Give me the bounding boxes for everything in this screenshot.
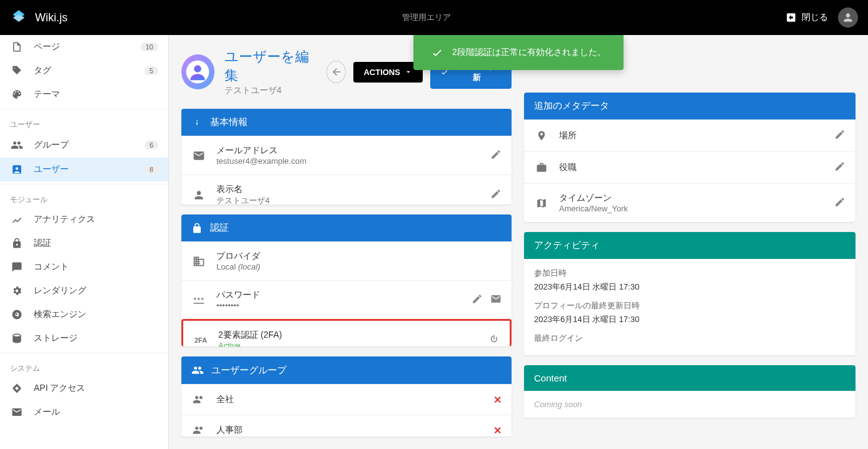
timezone-row: タイムゾーン America/New_York <box>524 183 855 222</box>
storage-icon <box>10 333 24 344</box>
card-header: ユーザーグループ <box>181 356 512 384</box>
sidebar-item-theme[interactable]: テーマ <box>0 83 168 106</box>
card-header: 認証 <box>181 214 512 241</box>
edit-job-button[interactable] <box>834 161 845 174</box>
content-body: Coming soon <box>534 400 582 409</box>
card-header: 基本情報 <box>181 109 512 136</box>
pencil-icon <box>834 129 845 140</box>
page-icon <box>10 41 24 53</box>
group-row: 人事部 ✕ <box>181 415 512 436</box>
chevron-down-icon <box>404 68 413 76</box>
edit-name-button[interactable] <box>490 188 502 202</box>
close-button[interactable]: 閉じる <box>785 12 828 23</box>
groups-card: ユーザーグループ 全社 ✕ 人事部 ✕ <box>181 356 512 436</box>
edit-password-button[interactable] <box>472 293 483 307</box>
edit-timezone-button[interactable] <box>834 196 845 210</box>
joined-value: 2023年6月14日 水曜日 17:30 <box>534 281 845 293</box>
sidebar-heading-users: ユーザー <box>0 112 168 133</box>
card-header: Content <box>524 365 855 391</box>
send-password-button[interactable] <box>490 293 502 307</box>
sidebar-item-auth[interactable]: 認証 <box>0 231 168 255</box>
email-row: メールアドレス testuser4@example.com <box>181 136 512 174</box>
metadata-card: 追加のメタデータ 場所 役職 タイムゾーン America/New_York <box>524 93 855 222</box>
sidebar-item-groups[interactable]: グループ 6 <box>0 133 168 158</box>
pencil-icon <box>490 149 502 160</box>
edit-email-button[interactable] <box>490 149 502 163</box>
groups-icon <box>191 364 204 376</box>
tfa-toggle-button[interactable] <box>488 333 500 346</box>
tfa-row: 2FA 2要素認証 (2FA) Active <box>183 321 510 346</box>
sidebar-item-pages[interactable]: ページ 10 <box>0 35 168 59</box>
success-toast: 2段階認証は正常に有効化されました。 <box>413 35 623 70</box>
api-icon <box>10 383 24 394</box>
main-content: 2段階認証は正常に有効化されました。 ユーザーを編集 テストユーザ4 ACTIO… <box>169 35 868 449</box>
check-icon <box>431 46 443 59</box>
cog-icon <box>10 285 24 296</box>
lock-icon <box>191 223 203 234</box>
sidebar-item-storage[interactable]: ストレージ <box>0 326 168 350</box>
mail-icon <box>10 406 24 418</box>
back-button[interactable] <box>326 61 346 83</box>
content-card: Content Coming soon <box>524 365 855 418</box>
tfa-highlight: 2FA 2要素認証 (2FA) Active <box>181 319 512 346</box>
map-icon <box>534 198 549 209</box>
palette-icon <box>10 89 24 100</box>
sidebar-item-rendering[interactable]: レンダリング <box>0 279 168 303</box>
groups-icon <box>10 139 24 151</box>
user-icon <box>10 164 24 175</box>
joined-label: 参加日時 <box>534 268 845 279</box>
sidebar-item-api[interactable]: API アクセス <box>0 376 168 400</box>
topbar-title: 管理用エリア <box>68 12 785 23</box>
tag-icon <box>10 65 24 76</box>
brand[interactable]: Wiki.js <box>10 9 68 26</box>
info-icon <box>191 117 203 128</box>
displayname-row: 表示名 テストユーザ4 <box>181 174 512 204</box>
actions-button[interactable]: ACTIONS <box>353 62 423 83</box>
sidebar-item-comments[interactable]: コメント <box>0 255 168 279</box>
pencil-icon <box>490 188 502 199</box>
sidebar-item-tags[interactable]: タグ 5 <box>0 59 168 83</box>
page-subtitle: テストユーザ4 <box>225 85 316 96</box>
location-icon <box>534 130 549 141</box>
sidebar-item-search[interactable]: 検索エンジン <box>0 303 168 326</box>
domain-icon <box>191 255 206 268</box>
updated-value: 2023年6月14日 水曜日 17:30 <box>534 314 845 325</box>
user-menu[interactable] <box>838 8 858 28</box>
sidebar: ページ 10 タグ 5 テーマ ユーザー グループ 6 ユーザー 8 モジュール… <box>0 35 169 449</box>
user-avatar <box>181 54 214 89</box>
sidebar-item-mail[interactable]: メール <box>0 400 168 424</box>
edit-location-button[interactable] <box>834 129 845 143</box>
remove-group-button[interactable]: ✕ <box>493 425 502 436</box>
group-item-icon <box>191 424 206 436</box>
sidebar-item-users[interactable]: ユーザー 8 <box>0 158 168 181</box>
group-row: 全社 ✕ <box>181 384 512 415</box>
briefcase-icon <box>534 162 549 173</box>
remove-group-button[interactable]: ✕ <box>493 394 502 406</box>
pencil-icon <box>834 161 845 172</box>
pencil-icon <box>834 196 845 208</box>
power-icon <box>488 333 500 345</box>
account-icon <box>842 11 854 24</box>
search-engine-icon <box>10 309 24 320</box>
location-row: 場所 <box>524 119 855 151</box>
svg-point-1 <box>194 65 201 73</box>
sidebar-heading-modules: モジュール <box>0 187 168 208</box>
email-icon <box>191 149 206 162</box>
lastlogin-label: 最終ログイン <box>534 333 845 344</box>
basic-info-card: 基本情報 メールアドレス testuser4@example.com 表示名 テ… <box>181 109 512 204</box>
pencil-icon <box>472 293 483 305</box>
updated-label: プロフィールの最終更新日時 <box>534 300 845 311</box>
brand-text: Wiki.js <box>35 11 68 24</box>
activity-card: アクティビティ 参加日時 2023年6月14日 水曜日 17:30 プロフィール… <box>524 232 855 355</box>
password-row: パスワード •••••••• <box>181 280 512 319</box>
password-icon <box>191 294 206 306</box>
auth-card: 認証 プロバイダ Local (local) パスワード •••••••• <box>181 214 512 346</box>
exit-icon <box>785 12 797 23</box>
tfa-icon: 2FA <box>193 336 208 344</box>
sidebar-item-analytics[interactable]: アナリティクス <box>0 208 168 231</box>
job-row: 役職 <box>524 151 855 183</box>
topbar: Wiki.js 管理用エリア 閉じる <box>0 0 868 35</box>
comment-icon <box>10 261 24 273</box>
analytics-icon <box>10 214 24 225</box>
provider-row: プロバイダ Local (local) <box>181 241 512 280</box>
